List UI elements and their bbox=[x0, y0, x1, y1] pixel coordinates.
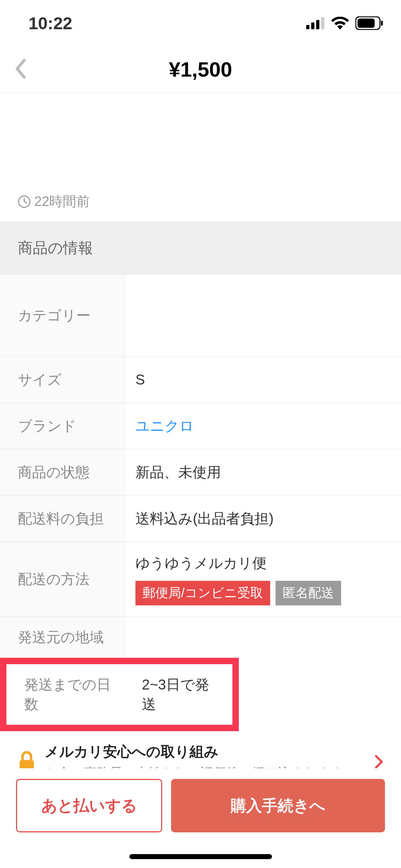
row-ship-from: 発送元の地域 bbox=[0, 617, 401, 658]
value-shipping-method: ゆうゆうメルカリ便 郵便局/コンビニ受取 匿名配送 bbox=[125, 542, 401, 616]
row-shipping-method: 配送の方法 ゆうゆうメルカリ便 郵便局/コンビニ受取 匿名配送 bbox=[0, 542, 401, 617]
purchase-button[interactable]: 購入手続きへ bbox=[171, 779, 385, 832]
value-condition: 新品、未使用 bbox=[125, 449, 401, 495]
home-indicator[interactable] bbox=[129, 854, 272, 859]
row-shipping-fee: 配送料の負担 送料込み(出品者負担) bbox=[0, 496, 401, 542]
row-size: サイズ S bbox=[0, 357, 401, 403]
row-condition: 商品の状態 新品、未使用 bbox=[0, 449, 401, 496]
page-title-price: ¥1,500 bbox=[14, 57, 387, 81]
value-brand[interactable]: ユニクロ bbox=[125, 403, 401, 449]
label-size: サイズ bbox=[0, 357, 125, 403]
value-days: 2~3日で発送 bbox=[131, 664, 232, 725]
status-icons bbox=[306, 16, 383, 30]
row-category: カテゴリー bbox=[0, 275, 401, 357]
label-shipping-fee: 配送料の負担 bbox=[0, 496, 125, 542]
value-ship-from bbox=[125, 617, 401, 658]
value-size: S bbox=[125, 357, 401, 403]
svg-rect-1 bbox=[311, 22, 314, 29]
pay-later-button[interactable]: あと払いする bbox=[16, 779, 162, 832]
battery-icon bbox=[355, 16, 383, 30]
back-button[interactable] bbox=[14, 59, 26, 80]
safety-title: メルカリ安心への取り組み bbox=[45, 742, 366, 761]
svg-rect-2 bbox=[316, 20, 319, 29]
value-category bbox=[125, 275, 401, 356]
svg-rect-6 bbox=[381, 21, 383, 26]
svg-rect-5 bbox=[358, 19, 375, 28]
row-days-highlight: 発送までの日数 2~3日で発送 bbox=[0, 658, 239, 731]
product-info-table: カテゴリー サイズ S ブランド ユニクロ 商品の状態 新品、未使用 配送料の負… bbox=[0, 275, 401, 731]
status-time: 10:22 bbox=[29, 14, 72, 33]
tag-post-convenience: 郵便局/コンビニ受取 bbox=[135, 581, 270, 605]
status-bar: 10:22 bbox=[0, 0, 401, 46]
cellular-icon bbox=[306, 17, 325, 29]
svg-rect-0 bbox=[306, 25, 309, 29]
label-days: 発送までの日数 bbox=[6, 664, 131, 725]
label-category: カテゴリー bbox=[0, 275, 125, 356]
clock-icon bbox=[18, 195, 31, 208]
row-brand: ブランド ユニクロ bbox=[0, 403, 401, 449]
svg-rect-3 bbox=[321, 17, 324, 29]
header: ¥1,500 bbox=[0, 46, 401, 93]
label-shipping-method: 配送の方法 bbox=[0, 542, 125, 616]
value-shipping-fee: 送料込み(出品者負担) bbox=[125, 496, 401, 542]
label-brand: ブランド bbox=[0, 403, 125, 449]
shipping-method-text: ゆうゆうメルカリ便 bbox=[135, 553, 341, 573]
chevron-left-icon bbox=[14, 59, 26, 79]
timestamp-text: 22時間前 bbox=[34, 192, 90, 211]
content-spacer bbox=[0, 93, 401, 185]
chevron-right-icon bbox=[375, 755, 383, 769]
tag-anonymous: 匿名配送 bbox=[276, 581, 341, 605]
label-ship-from: 発送元の地域 bbox=[0, 617, 125, 658]
wifi-icon bbox=[331, 17, 349, 30]
bottom-bar: あと払いする 購入手続きへ bbox=[0, 768, 401, 868]
label-condition: 商品の状態 bbox=[0, 449, 125, 495]
timestamp-row: 22時間前 bbox=[0, 185, 401, 221]
section-product-info: 商品の情報 bbox=[0, 221, 401, 275]
